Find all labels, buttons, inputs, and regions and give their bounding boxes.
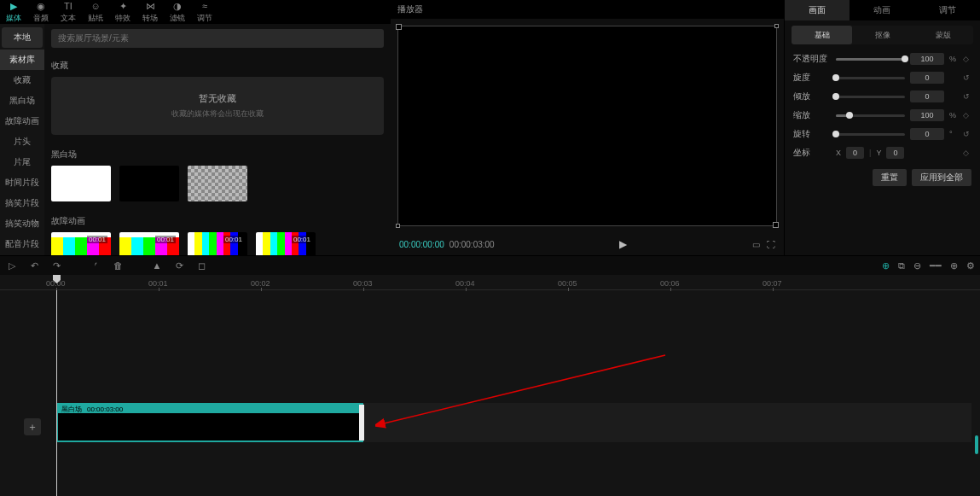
reset-icon[interactable]: ↺ — [963, 130, 971, 138]
filter-icon: ◑ — [171, 0, 183, 12]
keyframe-icon[interactable]: ◇ — [963, 149, 971, 157]
zoom-in-icon[interactable]: ⊕ — [950, 260, 958, 271]
keyframe-icon[interactable]: ◇ — [963, 111, 971, 120]
opacity-slider[interactable] — [836, 58, 905, 61]
rotate-value[interactable]: 0 — [910, 128, 944, 140]
clip-right-handle[interactable] — [359, 405, 364, 441]
sidebar-item[interactable]: 时间片段 — [0, 172, 44, 193]
split-icon[interactable]: ⎖ — [89, 260, 102, 271]
timeline-clip[interactable]: 黑白场 00:00:03:00 — [56, 403, 363, 442]
section-bw-label: 黑白场 — [51, 149, 384, 160]
magnet-icon[interactable]: ⊕ — [882, 260, 890, 271]
thumb-glitch[interactable]: 00:01 — [119, 232, 179, 255]
search-input[interactable]: 搜索展厅场景/元素 — [51, 29, 384, 48]
redo-icon[interactable]: ↷ — [49, 260, 63, 271]
timeline-toolbar: ▷ ↶ ↷ ⎖ 🗑 ▲ ⟳ ◻ ⊕ ⧉ ⊖ ━━ ⊕ ⚙ — [0, 256, 980, 275]
reset-button[interactable]: 重置 — [873, 169, 907, 186]
scrollbar-thumb[interactable] — [975, 435, 978, 454]
tab-media[interactable]: ▶媒体 — [0, 0, 27, 24]
sidebar-item[interactable]: 搞笑片段 — [0, 193, 44, 213]
roty-slider[interactable] — [836, 96, 905, 98]
audio-icon: ◉ — [35, 0, 47, 12]
undo-icon[interactable]: ↶ — [27, 260, 41, 271]
prop-opacity: 不透明度 100 % ◇ — [785, 50, 980, 68]
thumb-glitch[interactable]: 00:01 — [51, 232, 111, 255]
opacity-value[interactable]: 100 — [910, 53, 944, 65]
sidebar-item[interactable]: 搞笑动物 — [0, 213, 44, 234]
timeline-ruler[interactable]: 00:00 00:01 00:02 00:03 00:04 00:05 00:0… — [0, 275, 980, 290]
sidebar-library[interactable]: 素材库 — [0, 50, 44, 70]
sidebar-item[interactable]: 黑白场 — [0, 90, 44, 111]
rotx-value[interactable]: 0 — [910, 72, 944, 84]
reset-icon[interactable]: ↺ — [963, 73, 971, 82]
playhead[interactable] — [56, 290, 57, 496]
timeline-body[interactable]: ＋ 黑白场 00:00:03:00 — [0, 290, 980, 496]
thumb-black[interactable] — [119, 166, 179, 201]
tab-text[interactable]: TI文本 — [55, 0, 82, 24]
thumb-glitch[interactable]: 00:01 — [256, 232, 316, 255]
favorites-empty: 暂无收藏 收藏的媒体将会出现在收藏 — [51, 77, 384, 135]
sidebar-item[interactable]: 故障动画 — [0, 111, 44, 131]
ratio-icon[interactable]: ▭ — [752, 240, 760, 249]
inspector-subtab-mask[interactable]: 蒙版 — [913, 26, 973, 44]
scale-slider[interactable] — [836, 114, 905, 117]
tab-adjust[interactable]: ≈调节 — [191, 0, 218, 24]
zoom-slider[interactable]: ━━ — [930, 260, 942, 271]
empty-title: 暂无收藏 — [51, 92, 384, 105]
media-sidebar: 本地 素材库 收藏 黑白场 故障动画 片头 片尾 时间片段 搞笑片段 搞笑动物 … — [0, 24, 44, 255]
select-tool-icon[interactable]: ▷ — [5, 260, 19, 271]
apply-all-button[interactable]: 应用到全部 — [912, 169, 971, 186]
tab-transition[interactable]: ⋈转场 — [136, 0, 164, 24]
inspector-tab-canvas[interactable]: 画面 — [785, 0, 850, 20]
sidebar-local[interactable]: 本地 — [2, 27, 43, 48]
timeline-panel: ▷ ↶ ↷ ⎖ 🗑 ▲ ⟳ ◻ ⊕ ⧉ ⊖ ━━ ⊕ ⚙ 00:00 — [0, 256, 980, 496]
inspector-tab-adjust[interactable]: 调节 — [915, 0, 980, 20]
reset-icon[interactable]: ↺ — [963, 92, 971, 101]
scale-value[interactable]: 100 — [910, 109, 944, 121]
inspector-subtab-chroma[interactable]: 抠像 — [852, 26, 913, 44]
prop-roty: 倾放 0 ↺ — [785, 87, 980, 106]
tab-audio[interactable]: ◉音频 — [27, 0, 55, 24]
crop-icon[interactable]: ◻ — [194, 260, 208, 271]
pos-x-value[interactable]: 0 — [846, 147, 864, 159]
sidebar-item[interactable]: 蒸汽波动画 — [0, 254, 44, 255]
link-icon[interactable]: ⧉ — [898, 260, 905, 271]
preview-canvas[interactable] — [397, 26, 777, 226]
keyframe-icon[interactable]: ◇ — [963, 55, 971, 63]
rotate-icon[interactable]: ⟳ — [172, 260, 186, 271]
top-tab-bar: ▶媒体 ◉音频 TI文本 ☺贴纸 ✦特效 ⋈转场 ◑滤镜 ≈调节 — [0, 0, 391, 24]
thumb-white[interactable] — [51, 166, 111, 201]
prop-rotx: 旋度 0 ↺ — [785, 68, 980, 87]
play-button[interactable]: ▶ — [619, 238, 627, 250]
rotx-slider[interactable] — [836, 77, 905, 79]
sidebar-item[interactable]: 配音片段 — [0, 234, 44, 254]
thumb-transparent[interactable] — [188, 166, 247, 201]
sidebar-item[interactable]: 片头 — [0, 131, 44, 152]
pos-y-value[interactable]: 0 — [886, 147, 904, 159]
tab-filter[interactable]: ◑滤镜 — [164, 0, 191, 24]
sidebar-item[interactable]: 收藏 — [0, 70, 44, 90]
roty-value[interactable]: 0 — [910, 90, 944, 102]
add-track-button[interactable]: ＋ — [24, 418, 41, 435]
inspector-panel: 画面 动画 调节 基础 抠像 蒙版 不透明度 100 % ◇ 旋度 0 — [784, 0, 980, 255]
delete-icon[interactable]: 🗑 — [111, 260, 125, 271]
video-track[interactable]: 黑白场 00:00:03:00 — [56, 403, 971, 442]
tab-sticker[interactable]: ☺贴纸 — [82, 0, 109, 24]
rotate-slider[interactable] — [836, 133, 905, 136]
inspector-subtab-basic[interactable]: 基础 — [792, 26, 852, 44]
mirror-icon[interactable]: ▲ — [150, 260, 164, 271]
thumb-glitch[interactable]: 00:01 — [188, 232, 247, 255]
media-panel: ▶媒体 ◉音频 TI文本 ☺贴纸 ✦特效 ⋈转场 ◑滤镜 ≈调节 本地 素材库 … — [0, 0, 391, 255]
time-current: 00:00:00:00 — [399, 240, 444, 249]
inspector-tab-animation[interactable]: 动画 — [850, 0, 914, 20]
sidebar-item[interactable]: 片尾 — [0, 152, 44, 172]
player-title: 播放器 — [391, 0, 784, 19]
fullscreen-icon[interactable]: ⛶ — [767, 240, 775, 249]
text-icon: TI — [62, 0, 74, 12]
section-glitch-label: 故障动画 — [51, 215, 384, 227]
tab-effect[interactable]: ✦特效 — [109, 0, 136, 24]
zoom-out-icon[interactable]: ⊖ — [913, 260, 921, 271]
prop-scale: 缩放 100 % ◇ — [785, 106, 980, 125]
settings-icon[interactable]: ⚙ — [966, 260, 975, 271]
clip-duration: 00:00:03:00 — [87, 406, 123, 413]
